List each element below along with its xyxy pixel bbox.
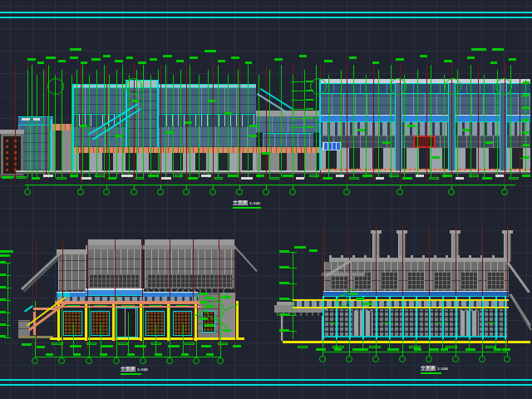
detail-callout-circle <box>495 78 512 95</box>
dimension-line-vertical <box>208 70 209 178</box>
dimension-line-vertical <box>116 296 117 357</box>
annotation-text <box>73 353 81 356</box>
diagonal-member <box>23 254 62 292</box>
dimension-line-horizontal <box>329 323 339 323</box>
annotation-text <box>91 58 101 61</box>
annotation-text <box>279 329 289 332</box>
cyan-post <box>402 296 404 339</box>
annotation-text <box>70 345 81 347</box>
cyan-post <box>323 296 324 339</box>
annotation-text <box>296 177 304 180</box>
dimension-line-vertical <box>417 70 418 178</box>
annotation-text <box>127 353 135 356</box>
annotation-text <box>444 60 452 62</box>
centerline <box>347 62 347 183</box>
annotation-text <box>190 57 198 59</box>
annotation-text <box>204 297 214 299</box>
annotation-text <box>103 55 111 57</box>
annotation-text <box>0 250 13 253</box>
drawing-title-text: 立面图 <box>121 366 135 372</box>
dimension-line-vertical <box>62 301 62 357</box>
annotation-text <box>249 135 257 137</box>
grid-bubble <box>58 357 65 364</box>
dimension-line-vertical <box>89 301 90 357</box>
dimension-line-vertical <box>293 252 293 339</box>
dimension-line-horizontal <box>288 315 297 316</box>
building-block-bluesign <box>323 142 341 150</box>
annotation-text <box>306 99 313 101</box>
annotation-text <box>298 346 308 348</box>
annotation-text <box>200 293 208 295</box>
dimension-line-vertical <box>150 75 151 178</box>
detail-callout-circle <box>47 78 64 95</box>
centerline <box>426 65 427 181</box>
annotation-text <box>0 335 6 337</box>
dimension-line-vertical <box>378 70 379 178</box>
drawing-scale-text: 1:100 <box>137 367 148 372</box>
annotation-text <box>442 175 452 177</box>
door-nail-dot <box>14 163 17 165</box>
annotation-text <box>0 286 6 288</box>
dimension-line-vertical <box>143 65 144 178</box>
annotation-text <box>490 62 497 64</box>
annotation-text <box>95 175 105 177</box>
grid-bubble <box>452 356 459 362</box>
grid-bubble <box>217 357 224 364</box>
cad-drawing-canvas[interactable]: 立面图1:100立面图1:100立面图1:100 <box>0 0 532 399</box>
cyan-post <box>429 296 431 339</box>
dimension-line-horizontal <box>4 337 11 338</box>
dimension-line-horizontal <box>291 100 304 101</box>
salmon-beam <box>55 306 201 308</box>
building-block-chimney <box>281 316 283 341</box>
grid-bubble <box>77 189 84 195</box>
grid-bubble <box>140 357 146 364</box>
annotation-text <box>306 81 313 83</box>
building-block-latticedark <box>487 273 504 289</box>
centerline <box>46 65 47 181</box>
annotation-text <box>306 126 313 129</box>
annotation-text <box>469 175 479 177</box>
annotation-text <box>0 323 6 326</box>
annotation-text <box>223 296 231 298</box>
annotation-text <box>231 57 239 59</box>
door-nail-dot <box>14 169 17 171</box>
annotation-text <box>462 129 470 131</box>
dimension-line-horizontal <box>288 283 297 284</box>
grid-bubble <box>479 356 485 362</box>
annotation-text <box>0 298 6 301</box>
dimension-line-vertical <box>269 70 270 178</box>
dimension-line-horizontal <box>291 127 304 128</box>
diagonal-member <box>21 252 62 290</box>
annotation-text <box>523 94 530 96</box>
dimension-line-vertical <box>165 65 166 178</box>
annotation-text <box>52 342 63 345</box>
building-block-doorbay <box>116 308 138 337</box>
annotation-text <box>396 58 404 61</box>
annotation-text <box>135 177 144 180</box>
annotation-text <box>121 175 133 177</box>
annotation-text <box>201 175 211 177</box>
grid-bubble <box>372 356 379 362</box>
centerline <box>62 239 63 349</box>
annotation-text <box>228 175 238 177</box>
annotation-text <box>241 177 253 180</box>
annotation-text <box>33 118 40 121</box>
dimension-line-vertical <box>180 70 181 178</box>
annotation-text <box>306 90 313 92</box>
grid-bubble <box>426 356 432 362</box>
building-block-wallblue <box>126 87 158 147</box>
cyan-post <box>389 296 391 339</box>
dimension-line-vertical <box>43 70 44 178</box>
annotation-text <box>185 121 192 124</box>
dimension-line-vertical <box>128 313 129 355</box>
annotation-text <box>509 177 519 180</box>
detail-callout-circle <box>206 301 224 319</box>
grid-bubble <box>157 189 164 195</box>
annotation-text <box>492 48 504 51</box>
annotation-text <box>502 348 510 351</box>
annotation-text <box>495 175 504 177</box>
annotation-text <box>467 57 475 59</box>
cyan-post <box>469 296 470 339</box>
annotation-text <box>204 50 216 52</box>
dimension-line-vertical <box>32 65 32 178</box>
